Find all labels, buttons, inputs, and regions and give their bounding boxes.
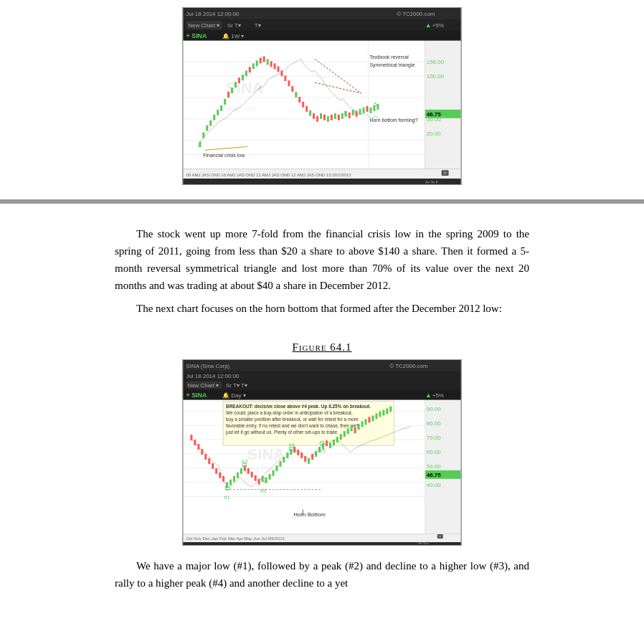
svg-rect-160	[297, 450, 299, 455]
svg-rect-168	[326, 440, 328, 446]
svg-rect-140	[226, 483, 228, 488]
svg-rect-37	[217, 110, 219, 115]
svg-rect-104	[184, 380, 461, 390]
svg-text:+ SINA: + SINA	[186, 32, 208, 39]
svg-rect-171	[336, 437, 338, 442]
svg-rect-141	[229, 480, 232, 486]
svg-text:New Chart ▾: New Chart ▾	[187, 382, 219, 389]
svg-rect-39	[224, 99, 226, 105]
section-divider	[0, 199, 644, 204]
svg-text:SINA (Sina Corp): SINA (Sina Corp)	[186, 363, 229, 369]
svg-text:1: 1	[344, 110, 346, 115]
svg-rect-157	[286, 453, 288, 458]
main-text-content: The stock went up more 7-fold from the f…	[0, 211, 644, 330]
svg-rect-156	[283, 457, 285, 463]
svg-rect-182	[375, 413, 377, 419]
svg-text:#2: #2	[242, 458, 248, 465]
svg-rect-46	[249, 67, 251, 72]
svg-rect-63	[309, 110, 311, 116]
svg-text:40.00: 40.00	[427, 482, 441, 488]
svg-text:Oct     Nov     Dec     Jan   : Oct Nov Dec Jan Feb Mar Apr May Jun Jul …	[186, 536, 284, 541]
svg-text:Financial crisis low: Financial crisis low	[203, 153, 245, 158]
svg-rect-66	[320, 113, 322, 119]
svg-text:New Chart ▾: New Chart ▾	[189, 22, 220, 29]
svg-rect-154	[276, 465, 278, 471]
svg-rect-169	[329, 442, 331, 448]
svg-rect-4	[184, 19, 461, 31]
svg-rect-48	[256, 60, 258, 66]
svg-rect-172	[340, 434, 342, 440]
svg-text:Sr T▾: Sr T▾	[227, 22, 241, 29]
paragraph-3: We have a major low (#1), followed by a …	[115, 557, 529, 592]
svg-rect-67	[323, 115, 326, 120]
svg-rect-44	[242, 75, 244, 80]
svg-text:50.00: 50.00	[427, 463, 441, 470]
svg-rect-79	[366, 106, 369, 112]
svg-rect-32	[199, 141, 201, 147]
svg-text:+ SINA: + SINA	[186, 392, 207, 399]
svg-rect-70	[334, 113, 336, 119]
svg-rect-43	[238, 77, 240, 83]
svg-text:🔔 1W ▾: 🔔 1W ▾	[222, 32, 244, 39]
svg-text:60.00: 60.00	[427, 449, 441, 455]
svg-text:150.00: 150.00	[427, 59, 445, 65]
svg-rect-50	[263, 56, 265, 62]
svg-rect-145	[244, 465, 246, 471]
svg-text:Sr T▾ T▾: Sr T▾ T▾	[226, 382, 247, 389]
svg-rect-179	[365, 419, 367, 425]
svg-rect-33	[202, 133, 204, 138]
svg-rect-54	[278, 66, 280, 72]
svg-rect-65	[316, 116, 318, 122]
svg-rect-57	[288, 80, 290, 86]
svg-rect-162	[304, 456, 306, 462]
svg-text:#3: #3	[260, 488, 267, 494]
svg-rect-36	[213, 115, 215, 120]
svg-rect-175	[351, 425, 353, 431]
svg-rect-181	[371, 415, 374, 421]
svg-rect-80	[369, 108, 371, 113]
svg-rect-45	[245, 70, 247, 76]
svg-text:5: 5	[374, 102, 377, 107]
svg-rect-174	[347, 428, 349, 434]
svg-text:© TC2000.com: © TC2000.com	[397, 11, 435, 17]
svg-rect-69	[331, 115, 333, 120]
svg-rect-147	[251, 472, 253, 478]
paragraph-2: The next chart focuses on the horn botto…	[115, 300, 529, 317]
page-container: Jul 18 2014 12:00:00 © TC2000.com New Ch…	[0, 0, 644, 599]
svg-rect-77	[359, 109, 361, 115]
svg-text:80.00: 80.00	[427, 420, 441, 427]
svg-text:#5: #5	[319, 448, 326, 454]
svg-text:▲: ▲	[425, 22, 432, 29]
svg-text:favorable entry. If no retest : favorable entry. If no retest and we don…	[226, 423, 359, 429]
svg-rect-170	[333, 440, 335, 445]
svg-rect-38	[220, 105, 222, 111]
svg-rect-183	[379, 411, 381, 417]
svg-rect-74	[349, 113, 351, 118]
svg-rect-59	[295, 92, 297, 98]
svg-text:#1: #1	[224, 494, 230, 501]
svg-rect-40	[227, 92, 229, 98]
svg-text:🔔 Day ▾: 🔔 Day ▾	[222, 392, 246, 399]
svg-point-97	[444, 171, 447, 174]
svg-text:Horn Bottom: Horn Bottom	[293, 511, 326, 518]
svg-rect-133	[201, 449, 203, 455]
svg-rect-132	[197, 444, 199, 450]
svg-text:Jul 18 2014 12:00:00: Jul 18 2014 12:00:00	[186, 11, 240, 17]
svg-point-213	[439, 536, 441, 538]
svg-rect-136	[212, 463, 214, 469]
svg-rect-47	[252, 63, 255, 69]
top-chart-area: Jul 18 2014 12:00:00 © TC2000.com New Ch…	[0, 0, 644, 192]
svg-text:buy a smaller position after b: buy a smaller position after breakout, o…	[226, 417, 359, 422]
svg-rect-176	[354, 427, 356, 433]
svg-text:Textbook reversal: Textbook reversal	[369, 55, 409, 60]
top-chart: Jul 18 2014 12:00:00 © TC2000.com New Ch…	[182, 7, 462, 185]
svg-rect-130	[190, 435, 192, 440]
svg-rect-148	[255, 475, 257, 481]
svg-text:Horn bottom forming?: Horn bottom forming?	[369, 118, 417, 123]
bottom-chart-area: SINA (Sina Corp) © TC2000.com Jul 18 201…	[0, 359, 644, 546]
svg-text:▲: ▲	[425, 392, 432, 399]
svg-rect-149	[258, 479, 260, 485]
svg-rect-173	[344, 431, 346, 437]
svg-text:46.75: 46.75	[427, 472, 441, 478]
svg-rect-61	[302, 102, 304, 108]
